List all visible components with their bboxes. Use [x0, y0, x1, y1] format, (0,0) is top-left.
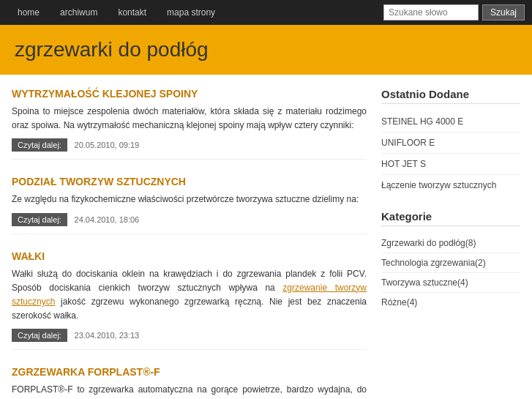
- title-banner: zgrzewarki do podłóg: [0, 25, 532, 75]
- article-1: WYTRZYMAŁOŚĆ KLEJONEJ SPOINY Spoina to m…: [12, 88, 367, 160]
- article-1-title[interactable]: WYTRZYMAŁOŚĆ KLEJONEJ SPOINY: [12, 88, 367, 100]
- nav-mapa-strony[interactable]: mapa strony: [157, 0, 225, 25]
- main-wrapper: WYTRZYMAŁOŚĆ KLEJONEJ SPOINY Spoina to m…: [0, 75, 532, 399]
- article-3-title[interactable]: WAŁKI: [12, 250, 367, 262]
- search-input[interactable]: [383, 4, 479, 20]
- article-2: PODZIAŁ TWORZYW SZTUCZNYCH Ze względu na…: [12, 176, 367, 234]
- category-2[interactable]: Tworzywa sztuczne(4): [381, 273, 520, 293]
- nav-kontakt[interactable]: kontakt: [108, 0, 157, 25]
- article-4-body-part1: FORPLAST®-F to zgrzewarka automatyczna n…: [12, 384, 367, 399]
- categories-title: Kategorie: [381, 210, 520, 226]
- category-1[interactable]: Technologia zgrzewania(2): [381, 253, 520, 273]
- article-3-body-part3: jakość zgrzewu wykonanego zgrzewarką ręc…: [12, 297, 367, 321]
- sidebar-recently-1[interactable]: UNIFLOOR E: [381, 133, 520, 154]
- sidebar: Ostatnio Dodane STEINEL HG 4000 E UNIFLO…: [381, 88, 520, 399]
- article-4-title[interactable]: ZGRZEWARKA FORPLAST®-F: [12, 366, 367, 378]
- article-2-footer: Czytaj dalej: 24.04.2010, 18:06: [12, 213, 367, 226]
- sidebar-recently-0[interactable]: STEINEL HG 4000 E: [381, 111, 520, 133]
- article-1-date: 20.05.2010, 09:19: [75, 141, 140, 149]
- article-3-footer: Czytaj dalej: 23.04.2010, 23:13: [12, 329, 367, 342]
- nav-home[interactable]: home: [7, 0, 50, 25]
- article-4-body: FORPLAST®-F to zgrzewarka automatyczna n…: [12, 383, 367, 399]
- content-area: WYTRZYMAŁOŚĆ KLEJONEJ SPOINY Spoina to m…: [12, 88, 367, 399]
- categories-section: Kategorie Zgrzewarki do podłóg(8) Techno…: [381, 210, 520, 312]
- nav-archiwum[interactable]: archiwum: [50, 0, 108, 25]
- article-2-read-more[interactable]: Czytaj dalej:: [12, 213, 67, 226]
- article-2-date: 24.04.2010, 18:06: [75, 215, 140, 224]
- article-3-date: 23.04.2010, 23:13: [75, 331, 140, 340]
- article-1-footer: Czytaj dalej: 20.05.2010, 09:19: [12, 138, 367, 152]
- article-4: ZGRZEWARKA FORPLAST®-F FORPLAST®-F to zg…: [12, 366, 367, 399]
- header: home archiwum kontakt mapa strony Szukaj: [0, 0, 532, 25]
- article-3: WAŁKI Wałki służą do dociskania oklein n…: [12, 250, 367, 351]
- sidebar-recently-3[interactable]: Łączenie tworzyw sztucznych: [381, 175, 520, 195]
- article-2-title[interactable]: PODZIAŁ TWORZYW SZTUCZNYCH: [12, 176, 367, 187]
- search-bar: Szukaj: [383, 0, 525, 25]
- search-button[interactable]: Szukaj: [482, 4, 525, 20]
- recently-added-section: Ostatnio Dodane STEINEL HG 4000 E UNIFLO…: [381, 88, 520, 195]
- recently-added-title: Ostatnio Dodane: [381, 88, 520, 104]
- sidebar-recently-2[interactable]: HOT JET S: [381, 154, 520, 175]
- category-0[interactable]: Zgrzewarki do podłóg(8): [381, 234, 520, 253]
- category-3[interactable]: Różne(4): [381, 293, 520, 312]
- article-1-read-more[interactable]: Czytaj dalej:: [12, 138, 67, 152]
- article-3-body: Wałki służą do dociskania oklein na kraw…: [12, 267, 367, 324]
- article-1-body: Spoina to miejsce zespolenia dwóch mater…: [12, 105, 367, 133]
- page-title: zgrzewarki do podłóg: [15, 38, 517, 61]
- article-3-read-more[interactable]: Czytaj dalej:: [12, 329, 67, 342]
- nav-bar: home archiwum kontakt mapa strony Szukaj: [0, 0, 532, 25]
- article-2-body: Ze względu na fizykochemiczne właściwośc…: [12, 193, 367, 206]
